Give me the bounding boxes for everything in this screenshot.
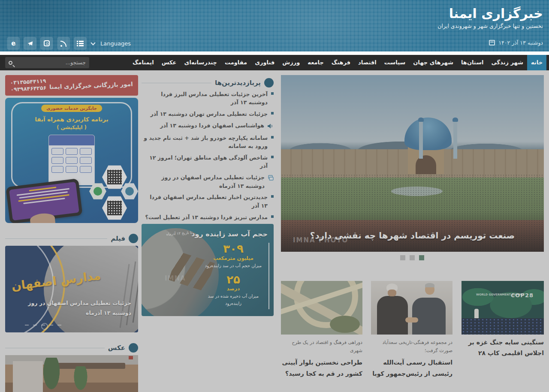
site-title: خبرگزاری ایمنا [437, 5, 543, 22]
qr-hexagons [87, 165, 135, 220]
nav-item-economy[interactable]: اقتصاد [354, 55, 380, 70]
infographic-stats: ۳۰۹ میلیون مترمکعب میزان حجم آب در سد زا… [203, 243, 263, 311]
instagram-button[interactable] [40, 37, 53, 50]
section-bullet-icon [264, 78, 274, 87]
section-divider [142, 83, 211, 83]
imna-homepage: خبرگزاری ایمنا نخستین و تنها خبرگزاری شه… [0, 0, 549, 392]
rss-icon [60, 40, 67, 47]
app-screenshot-header [49, 135, 94, 145]
stat-unit: درصد [203, 286, 263, 292]
list-item[interactable]: سامانه یکپارچه خودرو باز شد + ثبت نام جد… [142, 134, 274, 151]
hero-article[interactable]: صنعت توریسم در اقتصاد شهرها چه نقشی دارد… [281, 75, 544, 252]
nav-item-photo[interactable]: عکس [158, 55, 181, 70]
stat-value: ۲۵ [203, 274, 263, 286]
list-item[interactable]: جزئیات تعطیلی مدارس اصفهان در روز دوشنبه… [142, 173, 274, 190]
article-image-interchange [281, 281, 362, 335]
rss-button[interactable] [57, 37, 70, 50]
section-bullet-icon [129, 234, 138, 243]
square-bullet-icon [271, 136, 274, 139]
nav-item-society[interactable]: جامعه [304, 55, 328, 70]
article-title: استقبال رسمی آیت‌الله رئیسی از رئیس‌جمهو… [371, 357, 452, 379]
zayandehrud-infographic[interactable]: IMNA تا تاریخ ۱۲ آذرماه حجم آب سد زاینده… [142, 224, 274, 316]
nav-item-provinces[interactable]: استان‌ها [457, 55, 487, 70]
video-card-isfahan-schools[interactable]: مدارس اصفهان جزئیات تعطیلی مدارس اصفهان … [5, 246, 138, 332]
photo-section-image[interactable] [5, 355, 138, 392]
video-watermark-icon [41, 323, 48, 330]
most-viewed-header: پربازدیدترین‌ها [142, 78, 274, 87]
list-item[interactable]: مدارس تبریز فردا دوشنبه ۱۳ آذر تعطیل است… [142, 213, 274, 221]
nav-item-sports[interactable]: ورزش [278, 55, 304, 70]
abfa-app-ad[interactable]: جایگزین خدمات حضوری برنامه کاربردی همراه… [5, 98, 138, 223]
vertical-divider [268, 243, 269, 309]
telegram-button[interactable] [24, 37, 36, 50]
nav-item-culture[interactable]: فرهنگ [328, 55, 354, 70]
chevron-down-icon[interactable] [90, 40, 95, 45]
infographic-title: حجم آب سد زاینده رود [191, 230, 268, 238]
list-item[interactable]: جدیدترین اخبار تعطیلی مدارس اصفهان فردا … [142, 193, 274, 210]
phone-number-2: ۰۹۳۹۸۴۶۴۲۵۶ [10, 84, 47, 93]
carousel-dot-active[interactable] [419, 255, 424, 260]
carousel-dot[interactable] [410, 255, 415, 260]
photo-section-title: عکس [108, 344, 125, 352]
nav-item-imnamag[interactable]: ایمنامگ [129, 55, 158, 70]
article-overline: در مجموعه فرهنگی-تاریخی سعدآباد صورت گرف… [371, 339, 452, 355]
site-header: خبرگزاری ایمنا نخستین و تنها خبرگزاری شه… [0, 0, 549, 51]
speaker-icon [268, 122, 274, 130]
list-item[interactable]: آخرین جزئیات تعطیلی مدارس البرز فردا دوش… [142, 90, 274, 107]
nav-list: خانه شهر زندگی استان‌ها شهرهای جهان سیاس… [129, 55, 546, 70]
square-bullet-icon [271, 156, 274, 158]
feeds-button[interactable] [74, 37, 87, 50]
carousel-dots [400, 255, 424, 260]
nav-item-politics[interactable]: سیاست [380, 55, 410, 70]
list-item-text: جزئیات تعطیلی مدارس تهران دوشنبه ۱۳ آذر [150, 110, 268, 118]
nav-item-world-cities[interactable]: شهرهای جهان [409, 55, 457, 70]
eitaa-icon: e [10, 39, 16, 47]
minaret [419, 121, 423, 159]
nav-item-technology[interactable]: فناوری [251, 55, 278, 70]
article-card-qom-boulevard[interactable]: دوراهی فرهنگ و اقتصاد در یک طرح شهری طرا… [281, 281, 362, 379]
most-viewed-title: پربازدیدترین‌ها [215, 79, 261, 87]
nav-item-resistance[interactable]: مقاومت [221, 55, 251, 70]
square-bullet-icon [271, 215, 274, 218]
section-bullet-icon [129, 343, 138, 353]
square-bullet-icon [271, 195, 274, 198]
commerce-ad-title: امور بازرگانی خبرگزاری ایمنا [49, 81, 133, 90]
photo-section-header: عکس [5, 343, 138, 353]
list-item[interactable]: جزئیات تعطیلی مدارس تهران دوشنبه ۱۳ آذر [142, 110, 274, 118]
nav-item-city-life[interactable]: شهر زندگی [487, 55, 527, 70]
film-section-title: فیلم [111, 235, 125, 242]
article-card-raisi-cuba[interactable]: در مجموعه فرهنگی-تاریخی سعدآباد صورت گرف… [371, 281, 452, 379]
site-logo[interactable]: خبرگزاری ایمنا نخستین و تنها خبرگزاری شه… [437, 5, 543, 29]
list-item-text: سامانه یکپارچه خودرو باز شد + ثبت نام جد… [142, 134, 268, 151]
search-icon[interactable] [9, 61, 12, 65]
carousel-dot[interactable] [400, 255, 405, 260]
languages-dropdown[interactable]: Languages [100, 40, 131, 47]
eitaa-button[interactable]: e [7, 37, 20, 50]
section-divider [5, 348, 105, 348]
list-item-text: شاخص آلودگی هوای مناطق تهران؛ امروز ۱۲ آ… [142, 154, 268, 170]
cop28-label: COP28 [511, 292, 534, 299]
list-item[interactable]: شاخص آلودگی هوای مناطق تهران؛ امروز ۱۲ آ… [142, 154, 274, 170]
flag-shape [129, 356, 133, 359]
gallery-icon [268, 174, 274, 182]
stat-label: میزان حجم آب در سد زاینده‌رود [203, 262, 263, 269]
list-item[interactable]: هواشناسی اصفهان فردا دوشنبه ۱۳ آذر [142, 121, 274, 130]
commerce-ad-banner[interactable]: امور بازرگانی خبرگزاری ایمنا ۰۳۱۳۵۵۴۴۱۱۹… [5, 75, 138, 96]
nav-item-home[interactable]: خانه [527, 55, 546, 70]
search-input[interactable] [15, 60, 86, 66]
article-image-handshake [371, 281, 452, 335]
video-card-caption: جزئیات تعطیلی مدارس اصفهان در روز دوشنبه… [11, 299, 131, 318]
list-item-text: جزئیات تعطیلی مدارس اصفهان در روز دوشنبه… [142, 173, 265, 190]
article-card-cop28[interactable]: WORLD GOVERNMENT SUMMIT COP28 سنگینی سای… [462, 281, 544, 359]
article-overline: دوراهی فرهنگ و اقتصاد در یک طرح شهری [281, 339, 362, 355]
imna-watermark: IMNA [165, 274, 186, 282]
list-item-text: مدارس تبریز فردا دوشنبه ۱۳ آذر تعطیل است… [145, 213, 268, 221]
list-item-text: آخرین جزئیات تعطیلی مدارس البرز فردا دوش… [142, 90, 268, 107]
list-item-text: هواشناسی اصفهان فردا دوشنبه ۱۳ آذر [160, 121, 264, 130]
main-content: امور بازرگانی خبرگزاری ایمنا ۰۳۱۳۵۵۴۴۱۱۹… [0, 70, 549, 392]
building-shape [13, 361, 43, 392]
nav-item-multimedia[interactable]: چندرسانه‌ای [180, 55, 220, 70]
audience-band [462, 318, 544, 335]
qr-code-icon [102, 165, 127, 190]
list-item-text: جدیدترین اخبار تعطیلی مدارس اصفهان فردا … [142, 193, 268, 210]
